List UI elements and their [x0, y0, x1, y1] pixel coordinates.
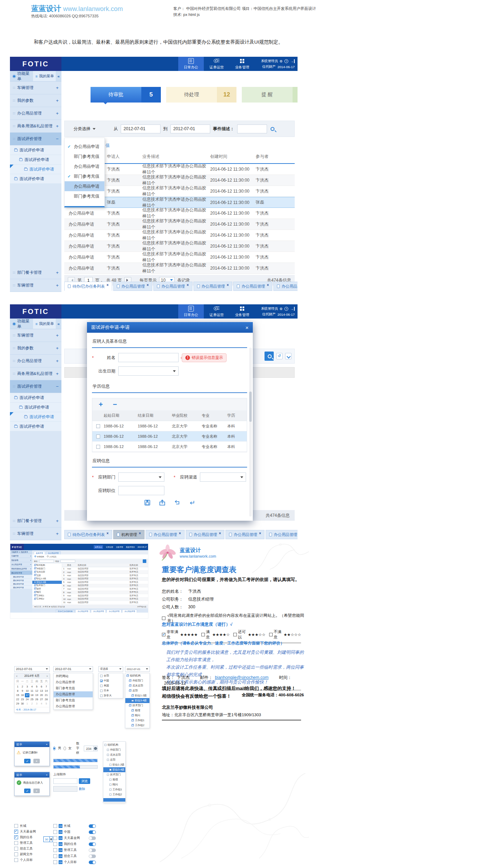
search-button[interactable] — [265, 352, 274, 361]
save-icon[interactable] — [144, 499, 151, 506]
step-up[interactable] — [94, 746, 97, 748]
window-tab[interactable]: 办公用品管理× — [233, 282, 272, 291]
nav-business[interactable]: 业务管理 — [229, 304, 255, 319]
sidebar-item[interactable]: 商务用酒&礼品管理+ — [10, 120, 61, 133]
calendar-day[interactable]: 17 — [25, 693, 29, 697]
nav-daily-office[interactable]: 日常办公 — [178, 57, 204, 71]
window-tab[interactable]: 办公用品管理 — [107, 609, 121, 613]
date-from-input[interactable] — [121, 125, 160, 133]
window-tab[interactable]: 办公用品管理 — [122, 609, 137, 613]
tree-node[interactable]: 组织机构 — [103, 742, 125, 747]
window-tab[interactable]: 机构管理 — [34, 551, 45, 554]
prev-month-icon[interactable]: ‹ — [16, 674, 17, 678]
close-icon[interactable]: × — [259, 531, 261, 535]
tree-node[interactable]: 工作组2 — [32, 597, 62, 601]
modal-scrollbar[interactable] — [249, 348, 252, 516]
nav-business[interactable]: 业务管理 — [229, 57, 255, 71]
sidebar-subitem[interactable]: 面试评价申请 — [10, 165, 61, 174]
row-checkbox[interactable] — [96, 445, 100, 449]
checklist-item[interactable]: 长城 — [14, 823, 51, 829]
toggle-list-item[interactable]: CN想念工具 — [53, 853, 96, 859]
sidebar-item[interactable]: 车辆管理+ — [10, 329, 61, 342]
sidebar-tab-my[interactable]: ≡我的菜单 — [33, 71, 56, 81]
calendar-day[interactable]: 11 — [29, 689, 34, 693]
calendar-day[interactable]: 1 — [15, 685, 20, 689]
calendar-day[interactable]: 7 — [44, 685, 49, 689]
expand-toggle[interactable]: + — [56, 358, 59, 364]
dropdown-option[interactable]: 部门参考充值 — [54, 697, 93, 703]
remove-row-button[interactable]: − — [113, 401, 117, 408]
nav-label[interactable]: 日常办公 — [94, 545, 103, 549]
close-icon[interactable]: × — [245, 325, 249, 331]
expand-toggle[interactable]: + — [56, 333, 59, 338]
number-stepper[interactable]: 234 — [84, 746, 98, 751]
radio-selected[interactable] — [34, 555, 36, 557]
close-icon[interactable]: × — [227, 283, 229, 287]
option-checkbox[interactable] — [100, 675, 103, 677]
calendar-day[interactable]: 21 — [44, 693, 49, 697]
calendar-day[interactable]: 1 — [25, 702, 29, 706]
dropdown-option[interactable]: 办公用品申请 — [65, 161, 104, 171]
window-tab[interactable]: 机构管理× — [113, 530, 145, 539]
tree-node[interactable]: 北京总部 — [32, 570, 62, 574]
toggle-switch[interactable] — [89, 836, 96, 840]
tree-node[interactable]: 总部 — [103, 757, 125, 762]
tree-node[interactable]: 技术部门 — [103, 772, 125, 777]
tab-reminder[interactable]: 提 醒7 — [242, 87, 298, 103]
tree-node[interactable]: 顾问 — [125, 713, 149, 718]
table-row[interactable]: 5mpc信息技术部技术专员 — [62, 581, 148, 584]
confirm-button[interactable]: ✓ — [24, 759, 31, 763]
sidebar-item[interactable]: 车辆管理+ — [10, 527, 61, 540]
toggle-switch[interactable] — [89, 848, 96, 852]
tree-node[interactable]: 工作组1 — [125, 718, 149, 723]
rating-option[interactable]: 满意★★★★☆ — [201, 629, 230, 640]
tree-node[interactable]: 外联部门 — [103, 747, 125, 752]
table-row[interactable]: 办公用品申请 卞洪杰 信息技术部卞洪杰申请办公用品胶棒11个 2014-06-1… — [64, 219, 295, 230]
tree-node[interactable]: 顾问 — [103, 782, 125, 787]
calendar-day[interactable]: 4 — [39, 702, 44, 706]
close-icon[interactable]: × — [107, 531, 109, 535]
sidebar-subitem[interactable]: 面试评价申请 — [10, 403, 61, 412]
table-row[interactable]: 2mpc信息技术部技术专员 — [62, 571, 148, 574]
sidebar-subitem[interactable]: 面试评价申请 — [10, 412, 61, 422]
node-checkbox[interactable] — [109, 784, 111, 786]
row-checkbox[interactable] — [96, 435, 100, 438]
toggle-list-item[interactable]: CN个人目标 — [53, 859, 96, 865]
sidebar-item[interactable]: 办公用品管理+ — [10, 355, 61, 367]
tree-node[interactable]: 组织机构 — [32, 564, 62, 567]
sidebar-item[interactable]: 车辆管理+ — [10, 554, 32, 558]
expand-toggle[interactable]: + — [56, 283, 59, 288]
gender-filter-select[interactable] — [60, 560, 75, 563]
sidebar-subitem[interactable]: 面试评价申请 — [10, 575, 32, 579]
rating-option[interactable]: 还可以★★★☆☆ — [233, 629, 266, 640]
window-tab[interactable]: 待办/已办任务列表× — [64, 530, 112, 539]
item-checkbox[interactable] — [14, 835, 18, 839]
close-icon[interactable]: × — [179, 531, 181, 535]
node-checkbox[interactable] — [109, 794, 111, 796]
item-checkbox[interactable] — [14, 852, 18, 856]
node-checkbox[interactable] — [107, 749, 109, 751]
calendar-day[interactable]: 27 — [39, 697, 44, 702]
calendar-day[interactable]: 4 — [29, 685, 34, 689]
export-icon[interactable] — [159, 499, 165, 506]
toggle-list-item[interactable]: CN长城 — [53, 823, 96, 829]
table-row[interactable]: 8mpc信息技术部技术专员 — [62, 591, 148, 595]
mini-stepper[interactable]: 30 — [43, 836, 53, 842]
multiselect-option[interactable]: 美国 — [99, 683, 123, 688]
calendar-day[interactable]: 20 — [39, 693, 44, 697]
toggle-switch[interactable] — [89, 824, 96, 828]
tree-node[interactable]: 外联部门 — [125, 678, 149, 683]
table-row[interactable]: 7mpc信息技术部技术专员 — [62, 587, 148, 591]
sidebar-subitem[interactable]: 面试评价申请 — [10, 586, 32, 589]
toggle-switch[interactable] — [89, 830, 96, 834]
expand-toggle[interactable]: + — [56, 270, 59, 275]
multiselect-option[interactable]: 全部 — [99, 673, 123, 678]
birth-date-select[interactable] — [118, 366, 179, 376]
expand-toggle[interactable]: − — [56, 384, 59, 389]
sidebar-item[interactable]: 办公用品管理+ — [10, 107, 61, 120]
sidebar-item[interactable]: 我的参数+ — [10, 342, 61, 355]
table-row[interactable]: 1mpc信息技术部技术专员 — [62, 567, 148, 571]
window-tab[interactable]: 办公用品管理× — [194, 282, 233, 291]
tree-node[interactable]: 组织机构 — [125, 673, 149, 678]
table-row[interactable]: 办公用品申请 卞洪杰 信息技术部卞洪杰申请办公用品胶棒11个 2014-06-1… — [64, 208, 295, 219]
